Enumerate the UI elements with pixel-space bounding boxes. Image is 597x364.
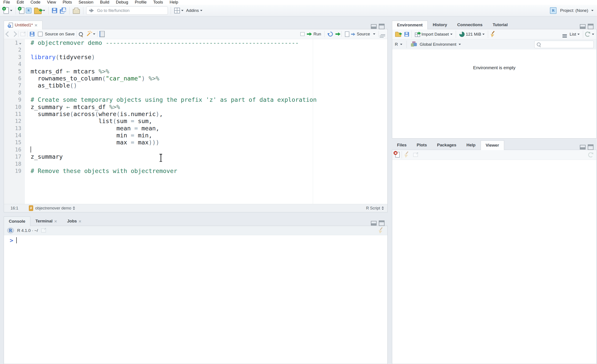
save-icon[interactable] (30, 32, 34, 36)
popout-icon[interactable]: ↗ (41, 228, 46, 232)
chevron-down-icon[interactable] (592, 34, 594, 35)
open-file-button[interactable] (33, 6, 47, 15)
tab-viewer[interactable]: Viewer (481, 140, 504, 150)
back-icon[interactable] (5, 31, 11, 37)
new-file-button[interactable]: + (2, 6, 14, 15)
run-button[interactable]: Run (299, 31, 322, 37)
popout-icon[interactable]: ↗ (413, 153, 418, 157)
tab-history[interactable]: History (428, 20, 452, 29)
menu-build[interactable]: Build (97, 0, 113, 5)
save-workspace-icon[interactable] (404, 32, 409, 37)
menu-edit[interactable]: Edit (13, 0, 27, 5)
maximize-pane-icon[interactable] (588, 144, 593, 150)
maximize-pane-icon[interactable] (588, 24, 593, 29)
compile-report-icon[interactable] (99, 31, 105, 37)
find-replace-icon[interactable] (79, 32, 83, 36)
goto-file-search[interactable] (86, 6, 168, 15)
environment-search-input[interactable] (542, 42, 591, 47)
tab-plots[interactable]: Plots (412, 140, 432, 150)
refresh-icon[interactable] (588, 152, 593, 157)
menu-debug[interactable]: Debug (113, 0, 132, 5)
menu-view[interactable]: View (44, 0, 59, 5)
tab-packages[interactable]: Packages (432, 140, 462, 150)
section-jump-icon[interactable] (73, 206, 75, 210)
language-selector-label[interactable]: R (395, 42, 398, 47)
tab-jobs[interactable]: Jobs× (62, 216, 86, 226)
list-view-button[interactable]: List (561, 31, 581, 38)
menu-code[interactable]: Code (27, 0, 44, 5)
source-button[interactable]: Source (344, 31, 377, 38)
project-label: Project: (None) (560, 8, 588, 13)
menu-tools[interactable]: Tools (150, 0, 166, 5)
code-line-16: 16 (4, 146, 387, 153)
close-icon[interactable]: × (35, 23, 37, 27)
section-label[interactable]: objectremover demo (35, 206, 71, 210)
environment-search[interactable] (534, 41, 594, 48)
tab-terminal[interactable]: Terminal× (30, 216, 62, 226)
addins-button[interactable]: Addins (185, 7, 204, 14)
print-button[interactable] (71, 6, 81, 15)
chevron-down-icon[interactable] (400, 44, 402, 45)
import-dataset-button[interactable]: Import Dataset (414, 31, 454, 38)
memory-usage-button[interactable]: 121 MiB (458, 31, 486, 38)
save-all-icon (60, 8, 66, 14)
minimize-pane-icon[interactable] (371, 221, 377, 225)
minimize-pane-icon[interactable] (371, 24, 377, 29)
popout-icon[interactable]: ↗ (20, 32, 25, 36)
clear-all-broom-icon[interactable] (404, 152, 410, 158)
code-line-2: 2 (4, 46, 387, 54)
line-number: 4 (4, 61, 25, 68)
rerun-button[interactable] (327, 31, 339, 37)
clear-objects-broom-icon[interactable] (490, 31, 496, 37)
goto-file-input[interactable] (97, 8, 165, 13)
minimize-pane-icon[interactable] (580, 24, 586, 29)
files-tabrow: FilesPlotsPackagesHelpViewer (392, 140, 597, 150)
file-type-switch-icon[interactable] (382, 206, 384, 210)
code-lines: 1# objectremover demo ------------------… (4, 39, 387, 175)
source-on-save-checkbox[interactable] (38, 32, 43, 37)
save-button[interactable] (51, 7, 58, 14)
tab-environment[interactable]: Environment (392, 21, 428, 30)
code-editor-surface[interactable]: 1# objectremover demo ------------------… (4, 39, 387, 204)
tab-console[interactable]: Console (4, 217, 30, 226)
environment-tabrow: EnvironmentHistoryConnectionsTutorial (392, 20, 597, 29)
tab-untitled1[interactable]: R Untitled1* × (4, 21, 42, 30)
chevron-down-icon[interactable] (373, 33, 375, 35)
console-version-label: R 4.1.0 · ~/ (17, 228, 38, 233)
chevron-down-icon[interactable] (93, 33, 95, 35)
tab-tutorial[interactable]: Tutorial (488, 20, 513, 29)
code-text: # Create some temporary objects using th… (25, 96, 316, 103)
section-badge-icon: # (29, 205, 33, 211)
save-all-button[interactable] (58, 7, 67, 15)
separator (402, 151, 402, 158)
maximize-pane-icon[interactable] (379, 220, 385, 226)
menu-file[interactable]: File (0, 0, 13, 5)
tab-files[interactable]: Files (392, 140, 412, 150)
workspace-panes-button[interactable] (173, 7, 185, 14)
code-tools-wand-icon[interactable] (87, 32, 91, 36)
refresh-icon[interactable] (585, 32, 590, 37)
fold-chevron-icon[interactable] (19, 43, 21, 45)
close-icon[interactable]: × (54, 219, 57, 224)
chevron-down-icon[interactable] (459, 44, 461, 45)
clear-viewer-icon[interactable] (395, 152, 400, 158)
menu-help[interactable]: Help (166, 0, 181, 5)
forward-icon[interactable] (11, 31, 17, 37)
document-outline-icon[interactable] (381, 34, 385, 35)
close-icon[interactable]: × (79, 219, 81, 224)
code-line-1: 1# objectremover demo ------------------… (4, 39, 387, 46)
menu-profile[interactable]: Profile (132, 0, 150, 5)
environment-selector-label[interactable]: Global Environment (420, 42, 456, 47)
file-type-label[interactable]: R Script (366, 206, 380, 210)
maximize-pane-icon[interactable] (379, 24, 385, 29)
load-workspace-icon[interactable] (395, 32, 401, 37)
console-input-area[interactable]: > (4, 235, 387, 364)
menu-session[interactable]: Session (75, 0, 97, 5)
new-project-button[interactable]: + R (18, 6, 33, 15)
clear-console-broom-icon[interactable] (378, 227, 384, 234)
tab-connections[interactable]: Connections (452, 20, 488, 29)
minimize-pane-icon[interactable] (580, 145, 586, 149)
project-selector[interactable]: R Project: (None) (549, 6, 595, 15)
menu-plots[interactable]: Plots (59, 0, 75, 5)
tab-help[interactable]: Help (461, 140, 480, 150)
